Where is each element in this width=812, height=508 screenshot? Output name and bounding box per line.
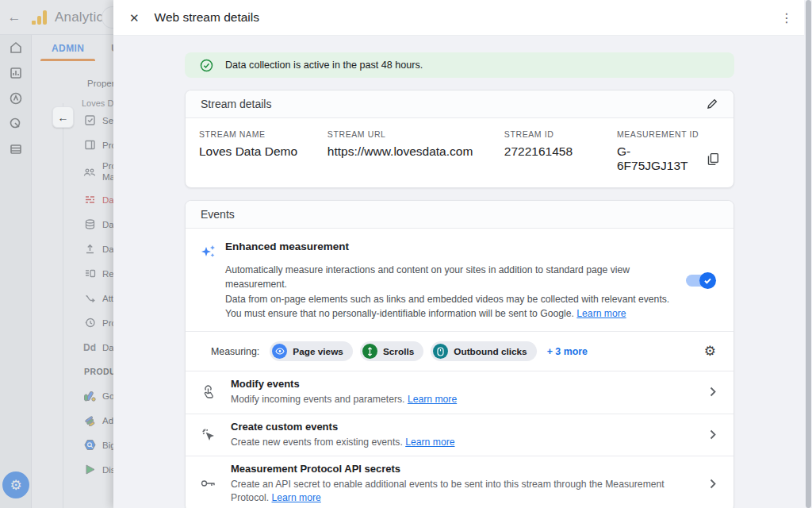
- enhanced-measurement-toggle[interactable]: [686, 275, 714, 287]
- touch-gesture-icon: [186, 385, 231, 399]
- scrollbar-thumb[interactable]: [806, 0, 811, 508]
- arrow-left-icon: ←: [58, 111, 69, 124]
- edit-pencil-icon[interactable]: [706, 98, 718, 110]
- measuring-label: Measuring:: [211, 346, 259, 357]
- mouse-icon: [433, 344, 448, 359]
- collapse-admin-menu-button[interactable]: ←: [52, 106, 74, 128]
- stream-details-header: Stream details: [186, 90, 733, 118]
- stream-details-card: Stream details STREAM NAME Loves Data De…: [185, 90, 734, 188]
- chip-outbound-clicks: Outbound clicks: [431, 341, 536, 361]
- panel-header: ✕ Web stream details ⋮: [113, 0, 812, 36]
- data-collection-banner: Data collection is active in the past 48…: [185, 52, 734, 78]
- enhanced-learn-more-link[interactable]: Learn more: [576, 308, 626, 319]
- cursor-click-icon: [186, 428, 231, 441]
- measurement-protocol-row[interactable]: Measurement Protocol API secrets Create …: [186, 456, 733, 508]
- enhanced-measurement-title: Enhanced measurement: [225, 241, 676, 252]
- check-circle-icon: [200, 59, 213, 72]
- create-custom-events-row[interactable]: Create custom events Create new events f…: [186, 414, 733, 456]
- panel-title: Web stream details: [155, 10, 776, 25]
- kebab-menu-icon[interactable]: ⋮: [776, 10, 798, 25]
- panel-body: Data collection is active in the past 48…: [113, 36, 804, 508]
- enhanced-measurement-section: Enhanced measurement Automatically measu…: [186, 229, 733, 331]
- chip-page-views: Page views: [270, 341, 353, 361]
- measurement-protocol-learn-more-link[interactable]: Learn more: [272, 492, 321, 503]
- stream-fields: STREAM NAME Loves Data Demo STREAM URL h…: [186, 118, 733, 187]
- modify-events-row[interactable]: Modify events Modify incoming events and…: [186, 371, 733, 413]
- measuring-row: Measuring: Page views Scrolls: [186, 331, 733, 371]
- close-icon[interactable]: ✕: [129, 12, 140, 24]
- eye-icon: [272, 344, 287, 359]
- panel-scrollbar[interactable]: [804, 0, 812, 508]
- measurement-settings-gear-icon[interactable]: ⚙: [704, 343, 716, 360]
- chevron-right-icon: [710, 429, 716, 440]
- sparkle-icon: [199, 242, 218, 321]
- more-chips-link[interactable]: + 3 more: [547, 346, 588, 357]
- chevron-right-icon: [710, 479, 716, 489]
- key-icon: [186, 479, 231, 488]
- modify-events-learn-more-link[interactable]: Learn more: [408, 394, 457, 405]
- chip-scrolls: Scrolls: [360, 341, 423, 361]
- web-stream-details-panel: ✕ Web stream details ⋮ Data collection i…: [113, 0, 812, 508]
- toggle-check-icon: [703, 276, 712, 285]
- scroll-arrows-icon: [362, 344, 377, 359]
- copy-icon[interactable]: [707, 152, 719, 166]
- field-stream-url: STREAM URL https://www.lovesdata.com: [327, 129, 504, 173]
- events-title: Events: [201, 208, 235, 221]
- banner-text: Data collection is active in the past 48…: [225, 60, 423, 71]
- create-custom-events-learn-more-link[interactable]: Learn more: [405, 437, 454, 448]
- events-header: Events: [186, 201, 733, 229]
- chevron-right-icon: [710, 387, 716, 397]
- events-card: Events Enhanced measurement Automaticall…: [185, 200, 734, 508]
- stream-details-title: Stream details: [201, 98, 271, 110]
- field-stream-id: STREAM ID 2722161458: [504, 129, 617, 173]
- field-measurement-id: MEASUREMENT ID G-6F75JGJ13T: [617, 129, 719, 173]
- field-stream-name: STREAM NAME Loves Data Demo: [199, 129, 327, 173]
- enhanced-measurement-description: Automatically measure interactions and c…: [225, 263, 676, 321]
